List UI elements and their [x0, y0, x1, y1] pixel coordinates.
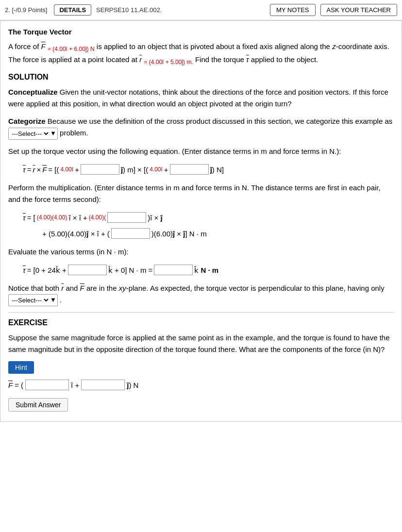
categorize-label: Categorize	[8, 117, 46, 125]
main-content: The Torque Vector A force of F = (4.00î …	[0, 20, 402, 422]
notice-select-wrapper[interactable]: ---Select--- ▼	[8, 294, 58, 306]
conceptualize-text: Given the unit-vector notations, think a…	[8, 88, 388, 108]
torque-eq-row: τ = r × F = [( 4.00î + ĵ) m] × [( 4.00î …	[23, 163, 394, 176]
points-label: 2. [-/0.9 Points]	[5, 6, 47, 14]
problem-statement: A force of F = (4.00î + 6.00ĵ) N is appl…	[8, 41, 394, 67]
F-symbol: F	[42, 163, 47, 176]
divider	[8, 312, 394, 313]
torque-equation: τ = r × F = [( 4.00î + ĵ) m] × [( 4.00î …	[23, 163, 394, 176]
section-title: The Torque Vector	[8, 28, 394, 36]
conceptualize-label: Conceptualize	[8, 88, 58, 96]
eval-eq-row: τ = [0 + 24k̂ + k̂ + 0] N · m = k̂ N · m	[23, 264, 394, 277]
input-mult2[interactable]	[111, 228, 150, 239]
evaluate-equation: τ = [0 + 24k̂ + k̂ + 0] N · m = k̂ N · m	[23, 264, 394, 277]
notice-para: Notice that both r and F are in the xy-p…	[8, 283, 394, 306]
mult-eq-row2: + (5.00)(4.00)ĵ × î + ( )(6.00)ĵ × ĵ] N …	[42, 227, 394, 240]
evaluate-text: Evaluate the various terms (in N · m):	[8, 246, 394, 258]
mult-44: (4.00)(4.00)	[37, 213, 67, 223]
input-r-j[interactable]	[81, 164, 119, 175]
r-arrow: r	[139, 55, 142, 64]
ask-teacher-button[interactable]: ASK YOUR TEACHER	[320, 4, 397, 16]
header-bar: 2. [-/0.9 Points] DETAILS SERPSE10 11.AE…	[0, 0, 402, 20]
categorize-select[interactable]: ---Select---	[10, 130, 50, 138]
tau-mult: τ	[23, 211, 26, 224]
hint-button[interactable]: Hint	[8, 361, 34, 374]
chevron-down-icon-2: ▼	[50, 295, 56, 305]
r-symbol: r	[33, 163, 35, 176]
force-4i-2: 4.00î	[150, 165, 163, 175]
input-mult1[interactable]	[107, 212, 146, 223]
mult-400: (4.00)(	[89, 213, 106, 223]
exercise-header: EXERCISE	[8, 318, 394, 327]
submit-button[interactable]: Submit Answer	[8, 398, 68, 412]
categorize-text1: Because we use the definition of the cro…	[48, 117, 392, 125]
force-answer-eq: F = ( î + ĵ) N	[8, 380, 394, 390]
tau-eval: τ	[23, 264, 26, 277]
perform-text: Perform the multiplication. (Enter dista…	[8, 182, 394, 205]
input-eval2[interactable]	[154, 265, 193, 275]
my-notes-button[interactable]: MY NOTES	[270, 4, 316, 16]
input-eval1[interactable]	[68, 265, 107, 275]
force-4i: 4.00î	[60, 165, 73, 175]
input-force-j[interactable]	[81, 380, 125, 390]
problem-end: Find the torque τ applied to the object.	[195, 55, 318, 64]
force-arrow-label: F	[8, 381, 13, 389]
categorize-text2: problem.	[60, 129, 88, 137]
problem-intro: A force of	[8, 42, 39, 50]
notice-select[interactable]: ---Select---	[10, 296, 50, 304]
input-force-i[interactable]	[25, 380, 69, 390]
r-eq-red: = (4.00î + 5.00ĵ) m.	[144, 60, 193, 65]
force-arrow: F	[41, 42, 46, 50]
multiply-equation: τ = [ (4.00)(4.00) î × î + (4.00)( )î × …	[23, 211, 394, 240]
conceptualize-para: Conceptualize Given the unit-vector nota…	[8, 86, 394, 110]
force-eq-red: = (4.00î + 6.00ĵ) N	[48, 47, 95, 52]
chevron-down-icon: ▼	[50, 129, 56, 139]
details-button[interactable]: DETAILS	[54, 4, 91, 16]
solution-header: SOLUTION	[8, 73, 394, 82]
mult-eq-row1: τ = [ (4.00)(4.00) î × î + (4.00)( )î × …	[23, 211, 394, 224]
setup-text: Set up the torque vector using the follo…	[8, 146, 394, 157]
tau-symbol: τ	[23, 163, 26, 176]
categorize-select-wrapper[interactable]: ---Select--- ▼	[8, 128, 58, 140]
exercise-text: Suppose the same magnitude force is appl…	[8, 332, 394, 355]
problem-code: SERPSE10 11.AE.002.	[96, 6, 162, 14]
input-f-j[interactable]	[170, 164, 209, 175]
categorize-para: Categorize Because we use the definition…	[8, 116, 394, 139]
